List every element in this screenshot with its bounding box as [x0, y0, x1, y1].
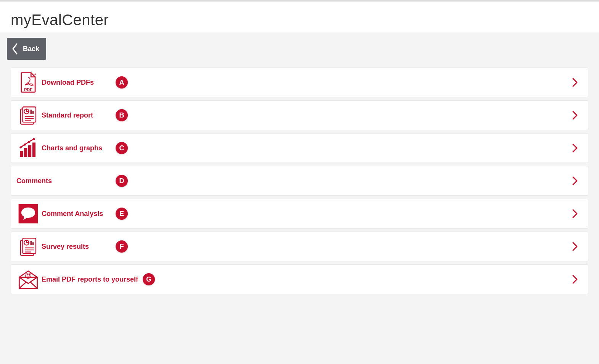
chevron-right-icon [570, 110, 580, 121]
report-icon [16, 104, 40, 126]
svg-point-1 [34, 73, 36, 75]
back-button-label: Back [23, 45, 39, 53]
speech-icon [16, 203, 40, 225]
badge-a: A [116, 76, 128, 89]
menu-item-label: Download PDFs [42, 79, 94, 87]
menu-item-label: Comments [16, 177, 52, 185]
badge-d: D [116, 175, 128, 187]
menu-item-comments[interactable]: CommentsD [11, 166, 588, 196]
menu-item-comment-analysis[interactable]: Comment AnalysisE [11, 199, 588, 229]
svg-rect-13 [32, 143, 35, 157]
chevron-right-icon [570, 77, 580, 88]
menu-item-label: Email PDF reports to yourself [42, 275, 138, 283]
pdf-icon: PDF [16, 71, 40, 93]
svg-point-16 [28, 141, 30, 143]
svg-rect-6 [32, 111, 34, 114]
badge-e: E [116, 208, 128, 220]
badge-f: F [116, 240, 128, 253]
menu-item-survey-results[interactable]: Survey resultsF [11, 232, 588, 261]
chevron-left-icon [11, 42, 19, 55]
svg-rect-20 [23, 238, 36, 253]
menu-item-standard-report[interactable]: Standard reportB [11, 100, 588, 130]
menu-item-label: Charts and graphs [42, 144, 102, 152]
chevron-right-icon [570, 143, 580, 153]
menu-item-download-pdfs[interactable]: PDF Download PDFsA [11, 68, 588, 97]
svg-rect-22 [30, 241, 32, 245]
chevron-right-icon [570, 241, 580, 252]
title-bar: myEvalCenter [0, 2, 599, 32]
chevron-right-icon [570, 176, 580, 186]
menu-item-charts-graphs[interactable]: Charts and graphsC [11, 133, 588, 163]
back-button[interactable]: Back [7, 38, 46, 60]
badge-c: C [116, 142, 128, 154]
badge-g: G [143, 273, 155, 285]
svg-point-15 [24, 143, 26, 145]
svg-rect-23 [32, 242, 34, 245]
menu-item-label: Survey results [42, 243, 89, 251]
svg-text:PDF: PDF [24, 87, 32, 92]
report-icon [16, 235, 40, 258]
svg-rect-11 [24, 148, 27, 157]
menu-item-label: Comment Analysis [42, 210, 103, 218]
menu-item-label: Standard report [42, 111, 93, 119]
svg-point-14 [19, 146, 21, 148]
svg-point-17 [33, 138, 35, 140]
svg-rect-12 [28, 145, 31, 157]
chart-icon [16, 137, 40, 159]
svg-rect-10 [20, 151, 23, 157]
svg-rect-3 [23, 107, 36, 122]
svg-rect-5 [30, 110, 32, 114]
email-icon: @ [16, 268, 40, 290]
chevron-right-icon [570, 274, 580, 285]
back-row: Back [4, 32, 595, 65]
menu-item-email-pdf[interactable]: @ Email PDF reports to yourselfG [11, 264, 588, 294]
svg-text:@: @ [25, 272, 32, 279]
badge-b: B [116, 109, 128, 121]
page-title: myEvalCenter [11, 11, 588, 29]
chevron-right-icon [570, 208, 580, 219]
menu-list: PDF Download PDFsA Standard reportB Char… [4, 65, 595, 294]
